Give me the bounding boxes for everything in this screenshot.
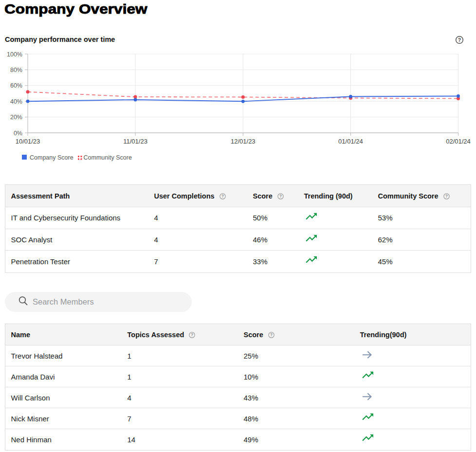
svg-text:11/01/23: 11/01/23	[123, 138, 147, 145]
svg-text:10/01/23: 10/01/23	[16, 138, 40, 145]
svg-text:02/01/24: 02/01/24	[446, 138, 471, 145]
svg-text:?: ?	[279, 194, 282, 199]
svg-text:01/01/24: 01/01/24	[338, 138, 363, 145]
svg-text:?: ?	[221, 194, 224, 199]
svg-text:?: ?	[270, 333, 273, 337]
svg-text:12/01/23: 12/01/23	[231, 138, 256, 145]
svg-text:40%: 40%	[10, 98, 22, 105]
svg-text:?: ?	[191, 333, 193, 337]
svg-text:20%: 20%	[10, 114, 22, 121]
svg-text:Community Score: Community Score	[84, 154, 132, 161]
svg-text:80%: 80%	[10, 67, 22, 73]
svg-text:?: ?	[445, 194, 448, 199]
svg-text:100%: 100%	[7, 51, 22, 58]
svg-text:Company Score: Company Score	[30, 154, 73, 161]
svg-text:60%: 60%	[10, 82, 22, 89]
svg-text:0%: 0%	[14, 130, 22, 137]
